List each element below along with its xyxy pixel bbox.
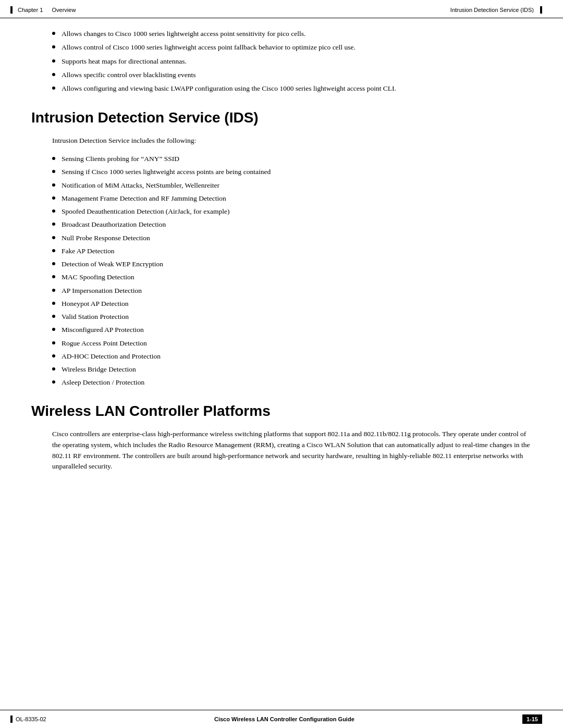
top-bullet-5: Allows configuring and viewing basic LWA… xyxy=(52,83,532,94)
ids-bullet-text-8: Fake AP Detection xyxy=(62,246,114,256)
footer-left: OL-8335-02 xyxy=(10,715,46,723)
top-bullet-text-1: Allows changes to Cisco 1000 series ligh… xyxy=(62,29,305,39)
ids-bullet-icon-17 xyxy=(52,367,55,371)
ids-bullet-text-12: Honeypot AP Detection xyxy=(62,299,128,309)
ids-bullet-18: Asleep Detection / Protection xyxy=(52,377,532,388)
ids-section-heading: Intrusion Detection Service (IDS) xyxy=(31,109,532,126)
ids-bullet-14: Misconfigured AP Protection xyxy=(52,325,532,335)
bullet-icon-1 xyxy=(52,32,55,35)
bullet-icon-5 xyxy=(52,87,55,90)
ids-bullet-icon-14 xyxy=(52,328,55,331)
ids-bullet-text-18: Asleep Detection / Protection xyxy=(62,377,144,388)
header-chapter: Chapter 1 xyxy=(18,7,43,13)
page-header: Chapter 1 Overview Intrusion Detection S… xyxy=(0,0,563,18)
ids-bullet-icon-5 xyxy=(52,209,55,213)
ids-bullet-icon-15 xyxy=(52,341,55,344)
ids-intro-text: Intrusion Detection Service includes the… xyxy=(52,135,532,146)
content-area: Allows changes to Cisco 1000 series ligh… xyxy=(0,18,563,710)
ids-bullet-icon-10 xyxy=(52,275,55,278)
ids-bullet-9: Detection of Weak WEP Encryption xyxy=(52,259,532,269)
ids-bullet-icon-16 xyxy=(52,354,55,357)
top-bullet-text-5: Allows configuring and viewing basic LWA… xyxy=(62,83,396,94)
top-bullets-list: Allows changes to Cisco 1000 series ligh… xyxy=(52,29,532,94)
header-left-bar xyxy=(10,6,13,14)
ids-bullet-text-17: Wireless Bridge Detection xyxy=(62,364,136,375)
ids-bullet-11: AP Impersonation Detection xyxy=(52,286,532,296)
top-bullet-3: Supports heat maps for directional anten… xyxy=(52,56,532,67)
top-bullet-4: Allows specific control over blacklistin… xyxy=(52,70,532,80)
ids-bullets-list: Sensing Clients probing for “ANY” SSID S… xyxy=(52,154,532,388)
footer-doc-number: OL-8335-02 xyxy=(16,716,46,722)
ids-bullet-text-1: Sensing Clients probing for “ANY” SSID xyxy=(62,154,179,164)
ids-bullet-text-13: Valid Station Protection xyxy=(62,312,129,322)
ids-bullet-icon-9 xyxy=(52,262,55,265)
ids-bullet-text-16: AD-HOC Detection and Protection xyxy=(62,351,161,362)
ids-bullet-2: Sensing if Cisco 1000 series lightweight… xyxy=(52,167,532,177)
ids-bullet-icon-3 xyxy=(52,183,55,187)
ids-bullet-icon-13 xyxy=(52,315,55,318)
ids-bullet-15: Rogue Access Point Detection xyxy=(52,338,532,349)
ids-bullet-text-15: Rogue Access Point Detection xyxy=(62,338,147,349)
ids-bullet-icon-11 xyxy=(52,289,55,292)
ids-bullet-icon-6 xyxy=(52,223,55,226)
ids-bullet-12: Honeypot AP Detection xyxy=(52,299,532,309)
ids-bullet-13: Valid Station Protection xyxy=(52,312,532,322)
header-left: Chapter 1 Overview xyxy=(10,6,76,14)
ids-bullet-6: Broadcast Deauthorization Detection xyxy=(52,219,532,230)
ids-bullet-17: Wireless Bridge Detection xyxy=(52,364,532,375)
ids-bullet-icon-8 xyxy=(52,249,55,252)
footer-center: Cisco Wireless LAN Controller Configurat… xyxy=(214,716,354,722)
top-bullets-section: Allows changes to Cisco 1000 series ligh… xyxy=(52,29,532,94)
bullet-icon-3 xyxy=(52,59,55,63)
ids-bullet-7: Null Probe Response Detection xyxy=(52,233,532,243)
top-bullet-text-4: Allows specific control over blacklistin… xyxy=(62,70,196,80)
ids-bullet-icon-7 xyxy=(52,236,55,239)
footer-guide-title: Cisco Wireless LAN Controller Configurat… xyxy=(214,716,354,722)
bullet-icon-2 xyxy=(52,45,55,48)
ids-bullet-icon-12 xyxy=(52,302,55,305)
ids-bullet-text-4: Management Frame Detection and RF Jammin… xyxy=(62,193,226,204)
top-bullet-text-3: Supports heat maps for directional anten… xyxy=(62,56,187,67)
top-bullet-1: Allows changes to Cisco 1000 series ligh… xyxy=(52,29,532,39)
ids-bullet-text-3: Notification of MiM Attacks, NetStumbler… xyxy=(62,180,219,191)
ids-bullet-text-2: Sensing if Cisco 1000 series lightweight… xyxy=(62,167,271,177)
ids-bullets-section: Sensing Clients probing for “ANY” SSID S… xyxy=(52,154,532,388)
header-right-bar xyxy=(540,6,542,14)
ids-bullet-text-5: Spoofed Deauthentication Detection (AirJ… xyxy=(62,206,229,217)
bullet-icon-4 xyxy=(52,73,55,76)
ids-bullet-4: Management Frame Detection and RF Jammin… xyxy=(52,193,532,204)
ids-bullet-8: Fake AP Detection xyxy=(52,246,532,256)
header-right: Intrusion Detection Service (IDS) xyxy=(450,6,542,14)
ids-bullet-text-6: Broadcast Deauthorization Detection xyxy=(62,219,166,230)
ids-bullet-10: MAC Spoofing Detection xyxy=(52,272,532,282)
ids-bullet-text-10: MAC Spoofing Detection xyxy=(62,272,134,282)
page-footer: OL-8335-02 Cisco Wireless LAN Controller… xyxy=(0,710,563,728)
wlan-body-text: Cisco controllers are enterprise-class h… xyxy=(52,429,532,473)
ids-bullet-1: Sensing Clients probing for “ANY” SSID xyxy=(52,154,532,164)
ids-bullet-icon-4 xyxy=(52,196,55,200)
footer-left-bar xyxy=(10,715,13,723)
page-number-box: 1-15 xyxy=(522,714,542,724)
ids-bullet-icon-18 xyxy=(52,380,55,384)
wlan-section-heading: Wireless LAN Controller Platforms xyxy=(31,403,532,419)
top-bullet-2: Allows control of Cisco 1000 series ligh… xyxy=(52,42,532,53)
ids-bullet-text-9: Detection of Weak WEP Encryption xyxy=(62,259,163,269)
header-overview: Overview xyxy=(52,7,76,13)
ids-bullet-3: Notification of MiM Attacks, NetStumbler… xyxy=(52,180,532,191)
footer-right: 1-15 xyxy=(522,714,542,724)
ids-bullet-16: AD-HOC Detection and Protection xyxy=(52,351,532,362)
ids-bullet-icon-1 xyxy=(52,157,55,160)
ids-bullet-text-11: AP Impersonation Detection xyxy=(62,286,142,296)
ids-bullet-text-14: Misconfigured AP Protection xyxy=(62,325,144,335)
ids-bullet-text-7: Null Probe Response Detection xyxy=(62,233,150,243)
header-section-title: Intrusion Detection Service (IDS) xyxy=(450,7,534,13)
top-bullet-text-2: Allows control of Cisco 1000 series ligh… xyxy=(62,42,356,53)
ids-bullet-icon-2 xyxy=(52,170,55,173)
page-container: Chapter 1 Overview Intrusion Detection S… xyxy=(0,0,563,728)
ids-bullet-5: Spoofed Deauthentication Detection (AirJ… xyxy=(52,206,532,217)
